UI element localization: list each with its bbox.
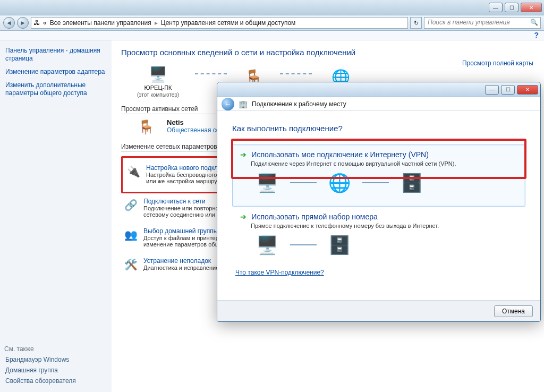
see-also-header: См. также — [4, 345, 107, 353]
page-title: Просмотр основных сведений о сети и наст… — [121, 48, 534, 57]
sidebar-link-home[interactable]: Панель управления - домашняя страница — [5, 47, 106, 63]
help-strip: ? — [0, 31, 544, 40]
arrow-right-icon: ➔ — [240, 150, 246, 159]
sidebar-link-adapter[interactable]: Изменение параметров адаптера — [5, 68, 106, 76]
new-connection-icon: 🔌 — [126, 164, 141, 179]
breadcrumb-prefix: « — [43, 19, 47, 27]
main-window-controls: — ☐ ✕ — [0, 0, 544, 15]
view-full-map-link[interactable]: Просмотр полной карты — [462, 59, 533, 67]
line-icon — [362, 182, 389, 183]
wizard-back-button[interactable]: ← — [222, 98, 234, 110]
help-icon[interactable]: ? — [534, 31, 539, 40]
line-icon — [290, 182, 317, 183]
see-also-homegroup[interactable]: Домашняя группа — [5, 367, 106, 374]
breadcrumb[interactable]: 🖧 « Все элементы панели управления ▸ Цен… — [31, 17, 408, 29]
close-button[interactable]: ✕ — [521, 3, 542, 12]
node-this-pc: 🖥️ ЮРЕЦ-ПК (этот компьютер) — [137, 64, 179, 98]
option-title: Использовать мое подключение к Интернету… — [251, 150, 429, 159]
see-also-internet-options[interactable]: Свойства обозревателя — [5, 377, 106, 385]
search-input[interactable]: Поиск в панели управления 🔍 — [424, 17, 541, 29]
homegroup-icon: 👥 — [123, 227, 138, 242]
option-title: Использовать прямой набор номера — [251, 212, 377, 221]
arrow-right-icon: ➔ — [240, 212, 246, 221]
line-icon — [290, 244, 317, 245]
wizard-close-button[interactable]: ✕ — [517, 85, 538, 95]
node-pc-label: ЮРЕЦ-ПК — [144, 84, 172, 91]
maximize-button[interactable]: ☐ — [505, 3, 518, 12]
link-line-2 — [280, 73, 312, 74]
computer-icon: 🖥️ — [256, 234, 278, 255]
wizard-header: ← 🏢 Подключение к рабочему месту — [217, 97, 540, 111]
refresh-button[interactable]: ↻ — [410, 17, 422, 29]
computer-icon: 🖥️ — [148, 64, 169, 83]
cancel-button[interactable]: Отмена — [494, 305, 533, 317]
sidebar: Панель управления - домашняя страница Из… — [0, 40, 112, 392]
wizard-titlebar: — ☐ ✕ — [217, 82, 540, 97]
option-dial-direct[interactable]: ➔ Использовать прямой набор номера Прямо… — [232, 207, 525, 269]
sidebar-link-sharing[interactable]: Изменить дополнительные параметры общего… — [5, 81, 106, 97]
option-use-vpn[interactable]: ➔ Использовать мое подключение к Интерне… — [232, 144, 525, 207]
wizard-maximize-button[interactable]: ☐ — [501, 85, 515, 95]
building-icon: 🏢 — [239, 100, 248, 108]
connect-icon: 🔗 — [123, 198, 138, 212]
option-desc: Подключение через Интернет с помощью вир… — [251, 160, 517, 167]
troubleshoot-icon: 🛠️ — [123, 257, 138, 272]
server-icon: 🗄️ — [401, 172, 423, 193]
breadcrumb-item-1[interactable]: Все элементы панели управления — [50, 19, 151, 27]
search-placeholder: Поиск в панели управления — [428, 19, 510, 26]
wizard-footer: Отмена — [217, 300, 540, 321]
dial-diagram: 🖥️ 🗄️ — [256, 234, 517, 255]
bench-icon: 🪑 — [135, 118, 157, 135]
what-is-vpn-link[interactable]: Что такое VPN-подключение? — [235, 269, 525, 276]
search-icon: 🔍 — [530, 19, 538, 26]
wizard-question: Как выполнить подключение? — [232, 124, 525, 133]
server-icon: 🗄️ — [328, 234, 351, 255]
wizard-minimize-button[interactable]: — — [485, 85, 499, 95]
see-also-firewall[interactable]: Брандмауэр Windows — [5, 356, 106, 363]
node-pc-sublabel: (этот компьютер) — [137, 92, 179, 98]
link-line-1 — [195, 73, 227, 74]
nav-forward-button[interactable]: ► — [17, 17, 29, 29]
globe-icon: 🌐 — [328, 172, 351, 193]
nav-back-button[interactable]: ◄ — [3, 17, 15, 29]
address-bar: ◄ ► 🖧 « Все элементы панели управления ▸… — [0, 15, 544, 31]
computer-icon: 🖥️ — [256, 172, 278, 193]
control-panel-icon: 🖧 — [33, 19, 40, 27]
chevron-right-icon: ▸ — [155, 19, 158, 27]
option-desc: Прямое подключение к телефонному номеру … — [251, 223, 517, 229]
wizard-body: Как выполнить подключение? ➔ Использоват… — [217, 111, 540, 282]
connect-workplace-wizard: — ☐ ✕ ← 🏢 Подключение к рабочему месту К… — [217, 82, 541, 322]
vpn-diagram: 🖥️ 🌐 🗄️ — [256, 172, 517, 193]
minimize-button[interactable]: — — [489, 3, 503, 12]
wizard-title: Подключение к рабочему месту — [252, 100, 346, 108]
breadcrumb-item-2[interactable]: Центр управления сетями и общим доступом — [161, 19, 296, 27]
